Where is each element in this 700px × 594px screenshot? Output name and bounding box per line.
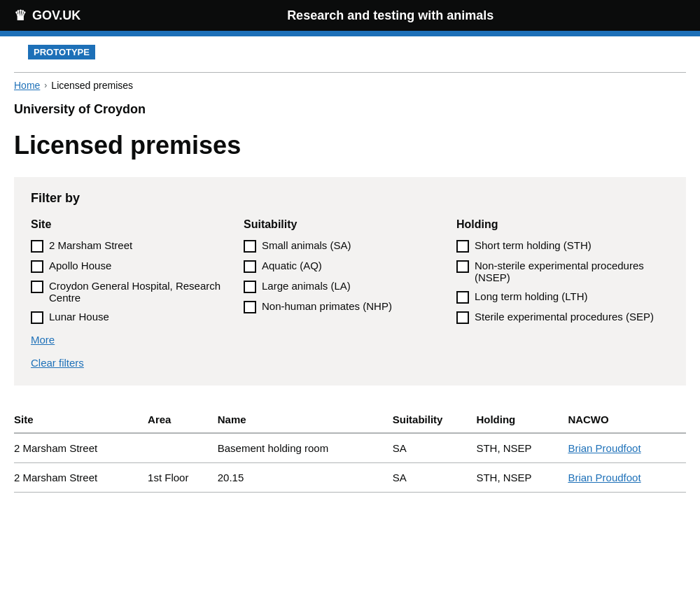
more-link[interactable]: More bbox=[31, 334, 230, 346]
checkbox-aquatic[interactable] bbox=[244, 260, 256, 273]
table-row: 2 Marsham Street 1st Floor 20.15 SA STH,… bbox=[14, 463, 686, 493]
page-title: Licensed premises bbox=[14, 131, 686, 160]
cell-holding: STH, NSEP bbox=[476, 433, 568, 463]
breadcrumb-current: Licensed premises bbox=[51, 80, 133, 91]
filter-label-nhp: Non-human primates (NHP) bbox=[262, 300, 392, 312]
organisation-name: University of Croydon bbox=[14, 102, 686, 117]
breadcrumb: Home › Licensed premises bbox=[14, 72, 686, 91]
table-row: 2 Marsham Street Basement holding room S… bbox=[14, 433, 686, 463]
filter-label-apollo: Apollo House bbox=[49, 260, 111, 271]
filter-label-2-marsham: 2 Marsham Street bbox=[49, 239, 132, 251]
filter-label-large-animals: Large animals (LA) bbox=[262, 280, 351, 292]
filter-columns: Site 2 Marsham Street Apollo House Croyd… bbox=[31, 218, 669, 369]
cell-nacwo: Brian Proudfoot bbox=[568, 463, 686, 493]
site-header: ♛ GOV.UK Research and testing with anima… bbox=[0, 0, 700, 31]
header-title: Research and testing with animals bbox=[94, 8, 686, 23]
filter-option: Large animals (LA) bbox=[244, 280, 442, 293]
gov-uk-logo[interactable]: ♛ GOV.UK bbox=[14, 7, 80, 24]
cell-site: 2 Marsham Street bbox=[14, 463, 148, 493]
checkbox-large-animals[interactable] bbox=[244, 281, 256, 293]
filter-column-suitability: Suitability Small animals (SA) Aquatic (… bbox=[244, 218, 456, 369]
filter-holding-title: Holding bbox=[456, 218, 655, 231]
checkbox-lunar[interactable] bbox=[31, 311, 43, 324]
filter-label-croydon: Croydon General Hospital, Research Centr… bbox=[49, 280, 230, 304]
nacwo-link-0[interactable]: Brian Proudfoot bbox=[568, 442, 640, 454]
filter-option: Croydon General Hospital, Research Centr… bbox=[31, 280, 230, 304]
checkbox-nhp[interactable] bbox=[244, 301, 256, 313]
filter-label-lunar: Lunar House bbox=[49, 311, 109, 323]
filter-option: Aquatic (AQ) bbox=[244, 260, 442, 273]
main-content: Home › Licensed premises University of C… bbox=[0, 72, 700, 493]
col-suitability: Suitability bbox=[393, 406, 477, 433]
cell-holding: STH, NSEP bbox=[476, 463, 568, 493]
checkbox-nsep[interactable] bbox=[456, 260, 469, 273]
filter-suitability-title: Suitability bbox=[244, 218, 442, 231]
filter-label-small-animals: Small animals (SA) bbox=[262, 239, 351, 251]
table-header-row: Site Area Name Suitability Holding NACWO bbox=[14, 406, 686, 433]
checkbox-apollo[interactable] bbox=[31, 260, 43, 273]
checkbox-lth[interactable] bbox=[456, 291, 469, 304]
col-holding: Holding bbox=[476, 406, 568, 433]
filter-label-lth: Long term holding (LTH) bbox=[475, 290, 587, 302]
filter-option: Lunar House bbox=[31, 311, 230, 324]
cell-area: 1st Floor bbox=[148, 463, 218, 493]
filter-column-site: Site 2 Marsham Street Apollo House Croyd… bbox=[31, 218, 244, 369]
col-nacwo: NACWO bbox=[568, 406, 686, 433]
premises-table: Site Area Name Suitability Holding NACWO… bbox=[14, 406, 686, 493]
cell-area bbox=[148, 433, 218, 463]
checkbox-small-animals[interactable] bbox=[244, 240, 256, 253]
checkbox-sth[interactable] bbox=[456, 240, 469, 253]
nacwo-link-1[interactable]: Brian Proudfoot bbox=[568, 472, 640, 483]
filter-title: Filter by bbox=[31, 191, 669, 206]
filter-option: Short term holding (STH) bbox=[456, 239, 655, 253]
clear-filters-link[interactable]: Clear filters bbox=[31, 357, 230, 369]
filter-label-nsep: Non-sterile experimental procedures (NSE… bbox=[475, 260, 655, 283]
filter-site-title: Site bbox=[31, 218, 230, 231]
filter-box: Filter by Site 2 Marsham Street Apollo H… bbox=[14, 177, 686, 386]
checkbox-sep[interactable] bbox=[456, 311, 469, 324]
cell-suitability: SA bbox=[393, 463, 477, 493]
filter-option: 2 Marsham Street bbox=[31, 239, 230, 253]
prototype-badge: PROTOTYPE bbox=[28, 45, 95, 59]
cell-site: 2 Marsham Street bbox=[14, 433, 148, 463]
col-name: Name bbox=[218, 406, 393, 433]
cell-nacwo: Brian Proudfoot bbox=[568, 433, 686, 463]
crown-icon: ♛ bbox=[14, 7, 27, 24]
breadcrumb-home-link[interactable]: Home bbox=[14, 80, 40, 91]
filter-label-aquatic: Aquatic (AQ) bbox=[262, 260, 322, 271]
cell-name: 20.15 bbox=[218, 463, 393, 493]
checkbox-croydon[interactable] bbox=[31, 281, 43, 293]
filter-column-holding: Holding Short term holding (STH) Non-ste… bbox=[456, 218, 669, 369]
filter-option: Sterile experimental procedures (SEP) bbox=[456, 311, 655, 324]
breadcrumb-separator: › bbox=[44, 80, 47, 90]
filter-option: Apollo House bbox=[31, 260, 230, 273]
logo-text: GOV.UK bbox=[32, 8, 80, 23]
cell-name: Basement holding room bbox=[218, 433, 393, 463]
blue-bar bbox=[0, 31, 700, 36]
filter-option: Non-human primates (NHP) bbox=[244, 300, 442, 313]
filter-option: Non-sterile experimental procedures (NSE… bbox=[456, 260, 655, 283]
filter-label-sep: Sterile experimental procedures (SEP) bbox=[475, 311, 654, 323]
filter-option: Small animals (SA) bbox=[244, 239, 442, 253]
filter-label-sth: Short term holding (STH) bbox=[475, 239, 592, 251]
col-area: Area bbox=[148, 406, 218, 433]
checkbox-2-marsham[interactable] bbox=[31, 240, 43, 253]
filter-option: Long term holding (LTH) bbox=[456, 290, 655, 304]
col-site: Site bbox=[14, 406, 148, 433]
cell-suitability: SA bbox=[393, 433, 477, 463]
